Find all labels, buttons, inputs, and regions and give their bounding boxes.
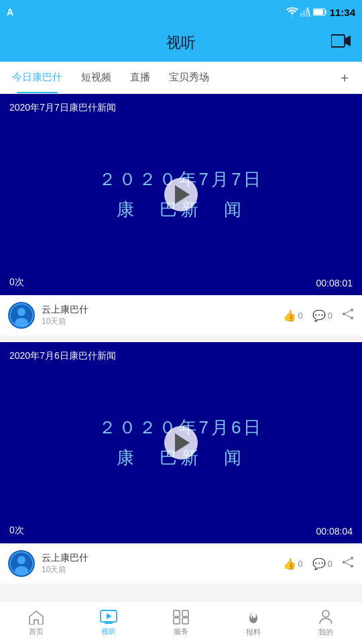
grid-icon (173, 610, 189, 625)
svg-marker-7 (345, 36, 351, 46)
svg-rect-31 (174, 618, 180, 624)
author-name-2: 云上康巴什 (42, 552, 276, 564)
post-time-1: 10天前 (42, 316, 276, 327)
tab-live[interactable]: 直播 (121, 62, 160, 93)
svg-point-12 (351, 309, 353, 311)
svg-rect-5 (314, 9, 323, 15)
like-icon-1: 👍 (283, 309, 296, 322)
svg-point-19 (17, 556, 25, 564)
action-buttons-1: 👍 0 💬 0 (283, 309, 354, 322)
video-views-2: 0次 (9, 525, 24, 537)
action-buttons-2: 👍 0 💬 0 (283, 557, 354, 570)
comment-count-2: 0 (328, 559, 333, 569)
video-duration-1: 00:08:01 (316, 278, 353, 288)
time-display: 11:34 (330, 7, 355, 18)
svg-rect-29 (174, 610, 180, 616)
video-name-1: 康 巴 新 闻 (117, 198, 245, 221)
video-duration-2: 00:08:04 (316, 526, 353, 537)
signal-icon (300, 7, 311, 17)
author-avatar-1 (8, 302, 35, 329)
nav-mine-label: 我的 (318, 627, 333, 637)
video-views-1: 0次 (9, 276, 24, 288)
like-button-1[interactable]: 👍 0 (283, 309, 303, 322)
share-svg-2 (342, 557, 354, 568)
svg-point-20 (15, 566, 28, 576)
svg-point-11 (15, 318, 28, 327)
nav-service[interactable]: 服务 (145, 602, 217, 644)
play-button-2[interactable] (164, 426, 198, 460)
nav-media[interactable]: 视听 (72, 602, 145, 644)
svg-line-24 (345, 559, 351, 561)
nav-media-label: 视听 (101, 627, 116, 637)
like-icon-2: 👍 (283, 557, 296, 570)
svg-point-21 (351, 557, 353, 559)
video-card-2: 2020年7月6日康巴什新闻 ２０２０年7月6日 康 巴 新 闻 0次 00:0… (0, 342, 362, 584)
status-left-icon: A (7, 7, 13, 17)
nav-home[interactable]: 首页 (0, 602, 72, 644)
camera-button[interactable] (331, 33, 351, 53)
status-icons: 11:34 (286, 7, 355, 18)
tab-today[interactable]: 今日康巴什 (3, 62, 72, 93)
wifi-icon (286, 7, 298, 17)
tab-baby[interactable]: 宝贝秀场 (160, 62, 219, 93)
author-avatar-2 (8, 550, 35, 577)
like-count-2: 0 (298, 559, 303, 569)
tab-short-video[interactable]: 短视频 (72, 62, 121, 93)
video-thumbnail-2[interactable]: 2020年7月6日康巴什新闻 ２０２０年7月6日 康 巴 新 闻 0次 00:0… (0, 342, 362, 543)
video-list: 2020年7月7日康巴什新闻 ２０２０年7月7日 康 巴 新 闻 0次 00:0… (0, 94, 362, 584)
video-title-1: 2020年7月7日康巴什新闻 (9, 102, 116, 114)
share-button-1[interactable] (342, 309, 354, 322)
svg-rect-30 (182, 610, 188, 616)
video-center-content-2: ２０２０年7月6日 康 巴 新 闻 (99, 416, 264, 470)
tab-bar: 今日康巴什 短视频 直播 宝贝秀场 ＋ (0, 62, 362, 94)
svg-line-16 (345, 315, 351, 317)
comment-button-1[interactable]: 💬 0 (312, 309, 333, 322)
battery-icon (313, 8, 328, 16)
share-icon-1 (342, 309, 354, 322)
video-name-2: 康 巴 新 闻 (117, 446, 245, 470)
person-icon (318, 609, 333, 625)
play-triangle-icon (175, 185, 190, 204)
avatar-image-1 (9, 303, 34, 328)
svg-rect-2 (306, 9, 308, 17)
video-camera-icon (331, 33, 351, 49)
avatar-image-2 (9, 551, 34, 576)
svg-point-10 (17, 308, 25, 316)
fire-icon (246, 609, 261, 625)
page-title: 视听 (166, 33, 196, 53)
nav-report[interactable]: 报料 (217, 602, 290, 644)
nav-report-label: 报料 (246, 627, 261, 637)
nav-mine[interactable]: 我的 (290, 602, 362, 644)
video-thumbnail-1[interactable]: 2020年7月7日康巴什新闻 ２０２０年7月7日 康 巴 新 闻 0次 00:0… (0, 94, 362, 295)
comment-icon-1: 💬 (312, 309, 326, 322)
home-icon (28, 610, 44, 625)
comment-button-2[interactable]: 💬 0 (312, 557, 333, 570)
svg-line-15 (345, 311, 351, 313)
like-count-1: 0 (298, 311, 303, 321)
svg-point-23 (343, 561, 345, 564)
author-info-2: 云上康巴什 10天前 (42, 552, 276, 576)
status-bar: A 11:34 (0, 0, 362, 24)
share-button-2[interactable] (342, 557, 354, 570)
svg-marker-27 (107, 613, 112, 619)
like-button-2[interactable]: 👍 0 (283, 557, 303, 570)
author-name-1: 云上康巴什 (42, 304, 276, 316)
play-button-1[interactable] (164, 178, 198, 211)
comment-icon-2: 💬 (312, 557, 326, 570)
svg-point-14 (343, 313, 345, 315)
svg-rect-32 (182, 618, 188, 624)
svg-point-13 (351, 317, 353, 319)
author-info-1: 云上康巴什 10天前 (42, 304, 276, 327)
video-center-content-1: ２０２０年7月7日 康 巴 新 闻 (99, 168, 264, 221)
add-tab-button[interactable]: ＋ (330, 68, 359, 87)
video-card: 2020年7月7日康巴什新闻 ２０２０年7月7日 康 巴 新 闻 0次 00:0… (0, 94, 362, 335)
video-meta-2: 云上康巴什 10天前 👍 0 💬 0 (0, 543, 362, 584)
play-triangle-icon-2 (175, 433, 190, 452)
share-svg-1 (342, 309, 354, 319)
svg-point-33 (322, 610, 329, 617)
nav-home-label: 首页 (29, 627, 44, 637)
content-area: 2020年7月7日康巴什新闻 ２０２０年7月7日 康 巴 新 闻 0次 00:0… (0, 94, 362, 637)
svg-rect-1 (303, 11, 305, 17)
comment-count-1: 0 (328, 311, 333, 321)
post-time-2: 10天前 (42, 564, 276, 576)
